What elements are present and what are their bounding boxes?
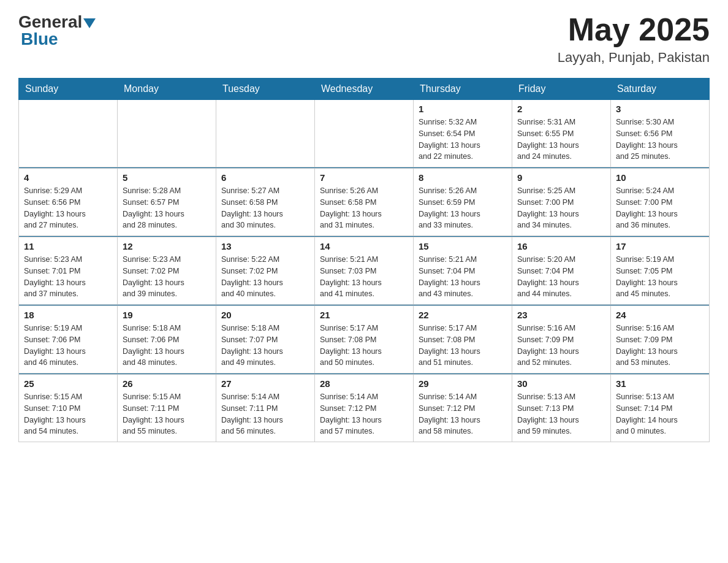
day-info: Sunrise: 5:17 AMSunset: 7:08 PMDaylight:…: [419, 323, 507, 369]
day-info: Sunrise: 5:27 AMSunset: 6:58 PMDaylight:…: [221, 185, 309, 231]
day-info: Sunrise: 5:23 AMSunset: 7:02 PMDaylight:…: [123, 254, 211, 300]
day-info: Sunrise: 5:16 AMSunset: 7:09 PMDaylight:…: [616, 323, 704, 369]
day-number: 22: [419, 310, 507, 320]
day-number: 15: [419, 241, 507, 251]
calendar-cell: [216, 100, 315, 167]
calendar-cell: [19, 100, 118, 167]
calendar-cell: 8Sunrise: 5:26 AMSunset: 6:59 PMDaylight…: [414, 169, 512, 236]
day-number: 2: [517, 104, 605, 114]
calendar-cell: 10Sunrise: 5:24 AMSunset: 7:00 PMDayligh…: [611, 169, 710, 236]
day-number: 19: [123, 310, 211, 320]
calendar-cell: 7Sunrise: 5:26 AMSunset: 6:58 PMDaylight…: [315, 169, 414, 236]
calendar-cell: 2Sunrise: 5:31 AMSunset: 6:55 PMDaylight…: [512, 100, 611, 167]
calendar-cell: 14Sunrise: 5:21 AMSunset: 7:03 PMDayligh…: [315, 237, 414, 305]
day-number: 4: [24, 172, 112, 183]
day-info: Sunrise: 5:23 AMSunset: 7:01 PMDaylight:…: [24, 254, 112, 300]
day-number: 1: [419, 104, 507, 114]
day-info: Sunrise: 5:18 AMSunset: 7:06 PMDaylight:…: [123, 323, 211, 369]
day-number: 18: [24, 310, 112, 320]
day-info: Sunrise: 5:14 AMSunset: 7:12 PMDaylight:…: [320, 391, 408, 437]
calendar-cell: 20Sunrise: 5:18 AMSunset: 7:07 PMDayligh…: [216, 306, 315, 373]
day-number: 6: [221, 172, 309, 183]
day-info: Sunrise: 5:26 AMSunset: 6:59 PMDaylight:…: [419, 185, 507, 231]
calendar-cell: 11Sunrise: 5:23 AMSunset: 7:01 PMDayligh…: [19, 237, 118, 305]
day-info: Sunrise: 5:25 AMSunset: 7:00 PMDaylight:…: [517, 185, 605, 231]
day-number: 29: [419, 378, 507, 389]
day-number: 8: [419, 172, 507, 183]
day-info: Sunrise: 5:15 AMSunset: 7:10 PMDaylight:…: [24, 391, 112, 437]
day-number: 14: [320, 241, 408, 251]
calendar-cell: 15Sunrise: 5:21 AMSunset: 7:04 PMDayligh…: [414, 237, 512, 305]
location-text: Layyah, Punjab, Pakistan: [558, 50, 710, 66]
calendar-cell: 23Sunrise: 5:16 AMSunset: 7:09 PMDayligh…: [512, 306, 611, 373]
day-number: 23: [517, 310, 605, 320]
col-tuesday: Tuesday: [216, 79, 315, 100]
day-number: 16: [517, 241, 605, 251]
day-info: Sunrise: 5:20 AMSunset: 7:04 PMDaylight:…: [517, 254, 605, 300]
day-number: 9: [517, 172, 605, 183]
day-info: Sunrise: 5:15 AMSunset: 7:11 PMDaylight:…: [123, 391, 211, 437]
week-row-1: 1Sunrise: 5:32 AMSunset: 6:54 PMDaylight…: [19, 100, 710, 167]
day-info: Sunrise: 5:13 AMSunset: 7:14 PMDaylight:…: [616, 391, 704, 437]
calendar-cell: 9Sunrise: 5:25 AMSunset: 7:00 PMDaylight…: [512, 169, 611, 236]
calendar-cell: 25Sunrise: 5:15 AMSunset: 7:10 PMDayligh…: [19, 375, 118, 442]
calendar-header-row: Sunday Monday Tuesday Wednesday Thursday…: [19, 79, 710, 100]
day-number: 27: [221, 378, 309, 389]
day-number: 28: [320, 378, 408, 389]
week-row-2: 4Sunrise: 5:29 AMSunset: 6:56 PMDaylight…: [19, 169, 710, 236]
day-number: 17: [616, 241, 704, 251]
day-info: Sunrise: 5:31 AMSunset: 6:55 PMDaylight:…: [517, 117, 605, 163]
day-info: Sunrise: 5:30 AMSunset: 6:56 PMDaylight:…: [616, 117, 704, 163]
calendar-cell: 19Sunrise: 5:18 AMSunset: 7:06 PMDayligh…: [118, 306, 216, 373]
week-row-4: 18Sunrise: 5:19 AMSunset: 7:06 PMDayligh…: [19, 306, 710, 373]
logo-arrow-icon: [83, 18, 96, 28]
calendar-cell: 4Sunrise: 5:29 AMSunset: 6:56 PMDaylight…: [19, 169, 118, 236]
day-info: Sunrise: 5:14 AMSunset: 7:11 PMDaylight:…: [221, 391, 309, 437]
day-info: Sunrise: 5:14 AMSunset: 7:12 PMDaylight:…: [419, 391, 507, 437]
day-info: Sunrise: 5:21 AMSunset: 7:03 PMDaylight:…: [320, 254, 408, 300]
calendar-cell: 16Sunrise: 5:20 AMSunset: 7:04 PMDayligh…: [512, 237, 611, 305]
month-title: May 2025: [558, 12, 710, 47]
day-number: 20: [221, 310, 309, 320]
day-number: 7: [320, 172, 408, 183]
calendar-cell: 1Sunrise: 5:32 AMSunset: 6:54 PMDaylight…: [414, 100, 512, 167]
day-number: 31: [616, 378, 704, 389]
calendar-cell: 24Sunrise: 5:16 AMSunset: 7:09 PMDayligh…: [611, 306, 710, 373]
calendar-cell: 13Sunrise: 5:22 AMSunset: 7:02 PMDayligh…: [216, 237, 315, 305]
day-info: Sunrise: 5:18 AMSunset: 7:07 PMDaylight:…: [221, 323, 309, 369]
col-thursday: Thursday: [414, 79, 512, 100]
day-info: Sunrise: 5:32 AMSunset: 6:54 PMDaylight:…: [419, 117, 507, 163]
day-info: Sunrise: 5:29 AMSunset: 6:56 PMDaylight:…: [24, 185, 112, 231]
day-number: 25: [24, 378, 112, 389]
calendar-cell: 3Sunrise: 5:30 AMSunset: 6:56 PMDaylight…: [611, 100, 710, 167]
calendar-table: Sunday Monday Tuesday Wednesday Thursday…: [18, 78, 710, 442]
page-header: General Blue May 2025 Layyah, Punjab, Pa…: [18, 12, 710, 66]
calendar-cell: 22Sunrise: 5:17 AMSunset: 7:08 PMDayligh…: [414, 306, 512, 373]
day-number: 30: [517, 378, 605, 389]
day-info: Sunrise: 5:16 AMSunset: 7:09 PMDaylight:…: [517, 323, 605, 369]
logo: General Blue: [18, 12, 96, 49]
day-info: Sunrise: 5:17 AMSunset: 7:08 PMDaylight:…: [320, 323, 408, 369]
day-info: Sunrise: 5:22 AMSunset: 7:02 PMDaylight:…: [221, 254, 309, 300]
calendar-cell: 30Sunrise: 5:13 AMSunset: 7:13 PMDayligh…: [512, 375, 611, 442]
calendar-cell: 6Sunrise: 5:27 AMSunset: 6:58 PMDaylight…: [216, 169, 315, 236]
calendar-cell: 5Sunrise: 5:28 AMSunset: 6:57 PMDaylight…: [118, 169, 216, 236]
day-number: 24: [616, 310, 704, 320]
calendar-cell: [315, 100, 414, 167]
day-number: 26: [123, 378, 211, 389]
calendar-cell: 27Sunrise: 5:14 AMSunset: 7:11 PMDayligh…: [216, 375, 315, 442]
calendar-cell: 17Sunrise: 5:19 AMSunset: 7:05 PMDayligh…: [611, 237, 710, 305]
calendar-cell: 18Sunrise: 5:19 AMSunset: 7:06 PMDayligh…: [19, 306, 118, 373]
day-info: Sunrise: 5:13 AMSunset: 7:13 PMDaylight:…: [517, 391, 605, 437]
week-row-5: 25Sunrise: 5:15 AMSunset: 7:10 PMDayligh…: [19, 375, 710, 442]
day-number: 5: [123, 172, 211, 183]
day-number: 3: [616, 104, 704, 114]
logo-blue-text: Blue: [21, 29, 58, 48]
calendar-cell: [118, 100, 216, 167]
day-info: Sunrise: 5:19 AMSunset: 7:05 PMDaylight:…: [616, 254, 704, 300]
col-monday: Monday: [118, 79, 216, 100]
calendar-cell: 29Sunrise: 5:14 AMSunset: 7:12 PMDayligh…: [414, 375, 512, 442]
day-info: Sunrise: 5:24 AMSunset: 7:00 PMDaylight:…: [616, 185, 704, 231]
col-saturday: Saturday: [611, 79, 710, 100]
col-wednesday: Wednesday: [315, 79, 414, 100]
